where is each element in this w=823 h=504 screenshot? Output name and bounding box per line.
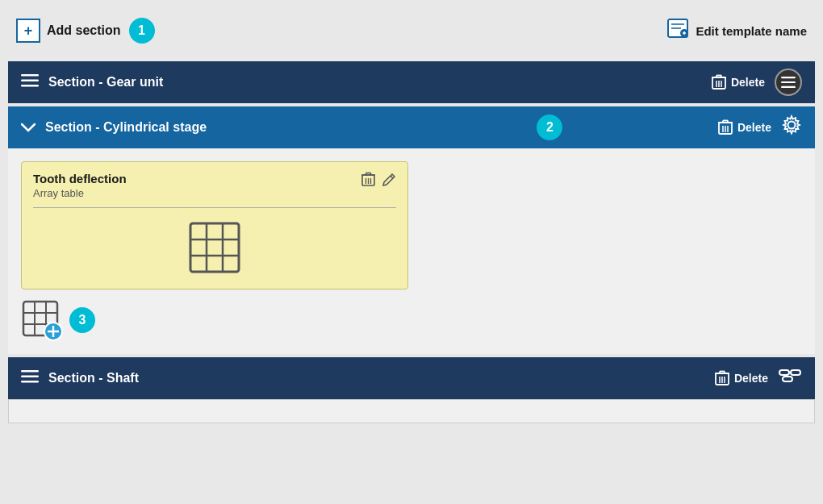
section-title-cylindrical: Section - Cylindrical stage — [45, 120, 382, 135]
section-cylindrical-content: Tooth deflection Array table — [8, 148, 815, 354]
svg-rect-53 — [21, 381, 39, 383]
svg-rect-18 — [781, 81, 796, 83]
section-title-gear: Section - Gear unit — [48, 75, 712, 90]
add-table-row: 3 — [21, 299, 802, 341]
svg-rect-6 — [21, 74, 39, 77]
card-title: Tooth deflection — [33, 172, 127, 185]
delete-button-cylindrical[interactable]: Delete — [718, 119, 771, 135]
svg-rect-63 — [791, 370, 800, 375]
shaft-link-icon[interactable] — [778, 366, 802, 390]
bars-icon-shaft[interactable] — [21, 370, 39, 387]
badge-3: 3 — [69, 307, 95, 333]
svg-rect-17 — [781, 77, 796, 78]
chevron-icon-cylindrical[interactable] — [21, 119, 36, 136]
section-bar-cylindrical: Section - Cylindrical stage 2 — [8, 106, 815, 148]
card-subtitle: Array table — [33, 187, 127, 199]
section-gear-unit: Section - Gear unit Delete — [8, 61, 815, 103]
svg-rect-38 — [190, 223, 239, 272]
card-action-icons — [361, 172, 396, 191]
svg-line-37 — [391, 176, 393, 178]
bars-icon-gear[interactable] — [21, 74, 39, 91]
section-title-shaft: Section - Shaft — [48, 371, 715, 385]
svg-rect-65 — [783, 377, 792, 381]
delete-button-shaft[interactable]: Delete — [715, 370, 768, 386]
edit-template-button[interactable]: Edit template name — [666, 18, 807, 44]
edit-template-icon — [666, 18, 689, 44]
delete-label-gear: Delete — [731, 76, 765, 89]
section-bar-gear-unit: Section - Gear unit Delete — [8, 61, 815, 103]
tooth-deflection-card: Tooth deflection Array table — [21, 161, 408, 289]
svg-rect-8 — [21, 85, 39, 87]
card-header: Tooth deflection Array table — [33, 172, 396, 199]
add-section-label: Add section — [47, 23, 121, 38]
svg-rect-52 — [21, 375, 39, 377]
add-table-button[interactable] — [21, 299, 63, 341]
badge-2: 2 — [537, 115, 562, 140]
svg-rect-7 — [21, 79, 39, 81]
main-content: Section - Gear unit Delete — [0, 61, 823, 423]
svg-rect-62 — [779, 370, 789, 375]
card-edit-icon[interactable] — [382, 173, 396, 191]
card-divider — [33, 207, 396, 208]
section-shaft: Section - Shaft Delete — [8, 357, 815, 423]
section-actions-shaft: Delete — [715, 366, 802, 390]
delete-label-shaft: Delete — [734, 372, 768, 385]
section-actions-cylindrical: Delete — [718, 115, 802, 140]
gear-icon-cylindrical[interactable] — [781, 115, 802, 140]
add-section-button[interactable]: + Add section — [16, 19, 121, 43]
section-shaft-content-partial — [8, 399, 815, 423]
svg-rect-51 — [21, 370, 39, 373]
section-bar-shaft: Section - Shaft Delete — [8, 357, 815, 399]
svg-point-28 — [788, 122, 796, 129]
card-delete-icon[interactable] — [361, 172, 375, 191]
grid-table-icon — [186, 219, 243, 276]
card-visual — [33, 219, 396, 276]
add-section-icon: + — [16, 19, 40, 43]
section-cylindrical-stage: Section - Cylindrical stage 2 — [8, 106, 815, 354]
svg-rect-19 — [781, 86, 796, 88]
delete-label-cylindrical: Delete — [737, 121, 771, 134]
section-actions-gear: Delete — [712, 69, 802, 96]
delete-button-gear[interactable]: Delete — [712, 74, 765, 90]
action-circle-gear[interactable] — [775, 69, 802, 96]
edit-template-label: Edit template name — [696, 24, 807, 38]
badge-1: 1 — [129, 18, 155, 44]
top-toolbar: + Add section 1 Edit template name — [0, 0, 823, 61]
